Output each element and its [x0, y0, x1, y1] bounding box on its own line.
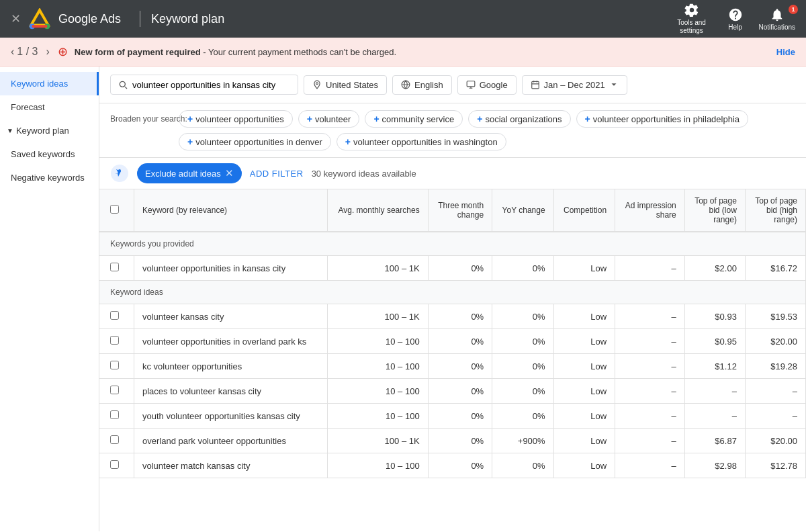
- competition-cell: Low: [553, 429, 615, 453]
- row-checkbox[interactable]: [110, 263, 119, 271]
- help-label: Help: [728, 24, 742, 31]
- broaden-pill-0[interactable]: +volunteer opportunities: [179, 110, 293, 128]
- row-checkbox[interactable]: [110, 386, 119, 394]
- table-row: volunteer opportunities in kansas city 1…: [99, 256, 806, 281]
- sidebar-label-keyword-ideas: Keyword ideas: [11, 79, 68, 89]
- sidebar-label-forecast: Forecast: [11, 102, 45, 112]
- tools-label: Tools and settings: [672, 19, 712, 35]
- alert-next-arrow[interactable]: ›: [46, 46, 49, 58]
- avg-monthly-cell: 100 – 1K: [327, 429, 428, 453]
- keyword-cell: volunteer opportunities in overland park…: [134, 329, 328, 354]
- sidebar-item-keyword-ideas[interactable]: Keyword ideas: [0, 72, 99, 95]
- alert-count: 1 / 3: [17, 46, 38, 58]
- date-range-selector[interactable]: Jan – Dec 2021: [522, 75, 627, 95]
- th-top-low[interactable]: Top of pagebid (lowrange): [684, 189, 745, 232]
- ad-impression-cell: –: [615, 453, 685, 478]
- three-month-cell: 0%: [428, 354, 492, 379]
- top-high-cell: $16.72: [745, 256, 805, 281]
- select-all-checkbox[interactable]: [110, 205, 119, 214]
- yoy-cell: 0%: [492, 256, 553, 281]
- table-row: volunteer kansas city 100 – 1K 0% 0% Low…: [99, 304, 806, 329]
- plus-icon-2: +: [373, 114, 379, 124]
- filter-area: Exclude adult ideas ✕ ADD FILTER 30 keyw…: [99, 158, 806, 189]
- broaden-pill-4[interactable]: +volunteer opportunities in philadelphia: [576, 110, 748, 128]
- help-button[interactable]: Help: [728, 7, 743, 31]
- broaden-pill-5[interactable]: +volunteer opportunities in denver: [179, 133, 331, 150]
- competition-cell: Low: [553, 379, 615, 404]
- search-box[interactable]: [110, 75, 298, 95]
- page-title: Keyword plan: [151, 12, 671, 26]
- table-row: places to volunteer kansas city 10 – 100…: [99, 379, 806, 404]
- ad-impression-cell: –: [615, 256, 685, 281]
- th-ad-impression[interactable]: Ad impressionshare: [615, 189, 685, 232]
- keyword-cell: volunteer opportunities in kansas city: [134, 256, 328, 281]
- keyword-table: Keyword (by relevance) Avg. monthly sear…: [99, 189, 806, 478]
- broaden-pill-label-5: volunteer opportunities in denver: [195, 137, 322, 147]
- th-avg-monthly[interactable]: Avg. monthly searches: [327, 189, 428, 232]
- avg-monthly-cell: 100 – 1K: [327, 304, 428, 329]
- tools-settings-button[interactable]: Tools and settings: [672, 3, 712, 35]
- broaden-pill-label-0: volunteer opportunities: [195, 114, 284, 124]
- broaden-pill-label-6: volunteer opportunities in washington: [353, 137, 498, 147]
- top-low-cell: –: [684, 379, 745, 404]
- row-checkbox[interactable]: [110, 336, 119, 345]
- bookmark-bird-icon: [110, 164, 129, 183]
- hide-alert-button[interactable]: Hide: [776, 47, 795, 57]
- network-filter[interactable]: Google: [457, 75, 517, 95]
- th-three-month[interactable]: Three monthchange: [428, 189, 492, 232]
- row-checkbox-cell: [99, 404, 134, 429]
- keyword-table-container: Keyword (by relevance) Avg. monthly sear…: [99, 189, 806, 478]
- row-checkbox-cell: [99, 429, 134, 453]
- yoy-cell: 0%: [492, 404, 553, 429]
- row-checkbox-cell: [99, 304, 134, 329]
- add-filter-button[interactable]: ADD FILTER: [250, 169, 304, 179]
- row-checkbox-cell: [99, 256, 134, 281]
- yoy-cell: 0%: [492, 453, 553, 478]
- broaden-pills: +volunteer opportunities +volunteer +com…: [179, 110, 795, 150]
- broaden-pill-label-2: community service: [382, 114, 455, 124]
- table-row: youth volunteer opportunities kansas cit…: [99, 404, 806, 429]
- sidebar-item-saved-keywords[interactable]: Saved keywords: [0, 142, 99, 166]
- broaden-pill-1[interactable]: +volunteer: [298, 110, 360, 128]
- top-high-cell: $20.00: [745, 429, 805, 453]
- keyword-plan-arrow: ▼: [7, 127, 13, 134]
- th-keyword[interactable]: Keyword (by relevance): [134, 189, 328, 232]
- network-icon: [466, 80, 476, 89]
- location-label: United States: [326, 80, 378, 90]
- plus-icon-0: +: [187, 114, 193, 124]
- row-checkbox[interactable]: [110, 410, 119, 419]
- search-input[interactable]: [132, 80, 280, 90]
- language-label: English: [414, 80, 443, 90]
- sidebar-item-keyword-plan[interactable]: ▼ Keyword plan: [0, 119, 99, 142]
- yoy-cell: 0%: [492, 379, 553, 404]
- row-checkbox[interactable]: [110, 311, 119, 320]
- top-high-cell: $19.28: [745, 354, 805, 379]
- sidebar-item-forecast[interactable]: Forecast: [0, 95, 99, 119]
- broaden-pill-3[interactable]: +social organizations: [468, 110, 570, 128]
- close-icon[interactable]: ✕: [11, 11, 21, 26]
- exclude-adult-button[interactable]: Exclude adult ideas ✕: [137, 163, 242, 183]
- broaden-pill-label-3: social organizations: [485, 114, 562, 124]
- th-top-high[interactable]: Top of pagebid (highrange): [745, 189, 805, 232]
- location-filter[interactable]: United States: [304, 75, 387, 95]
- alert-prev-arrow[interactable]: ‹: [11, 46, 14, 58]
- sidebar-item-negative-keywords[interactable]: Negative keywords: [0, 166, 99, 189]
- ad-impression-cell: –: [615, 329, 685, 354]
- notifications-button[interactable]: 1 Notifications: [759, 7, 795, 31]
- competition-cell: Low: [553, 354, 615, 379]
- chevron-down-icon: [609, 80, 619, 89]
- row-checkbox[interactable]: [110, 435, 119, 444]
- exclude-close-icon[interactable]: ✕: [225, 167, 234, 179]
- th-competition[interactable]: Competition: [553, 189, 615, 232]
- competition-cell: Low: [553, 453, 615, 478]
- three-month-cell: 0%: [428, 404, 492, 429]
- broaden-pill-2[interactable]: +community service: [365, 110, 463, 128]
- brand-name: Google Ads: [58, 12, 121, 26]
- row-checkbox[interactable]: [110, 460, 119, 469]
- broaden-pill-label-1: volunteer: [315, 114, 351, 124]
- ad-impression-cell: –: [615, 404, 685, 429]
- row-checkbox[interactable]: [110, 361, 119, 369]
- language-filter[interactable]: English: [392, 75, 452, 95]
- th-yoy[interactable]: YoY change: [492, 189, 553, 232]
- broaden-pill-6[interactable]: +volunteer opportunities in washington: [337, 133, 506, 150]
